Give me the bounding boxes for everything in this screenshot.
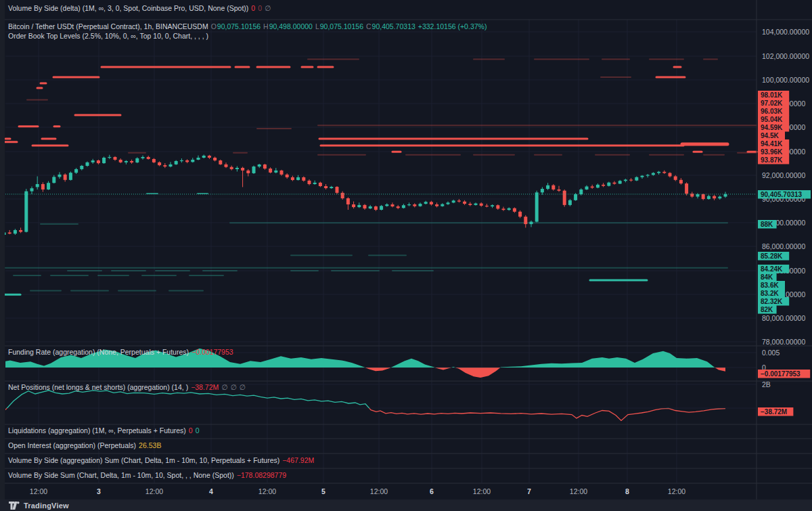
legend-part: ∅	[265, 4, 271, 12]
legend-volume-by-side-agg-sum[interactable]: Volume By Side (aggregation) Sum (Chart,…	[8, 456, 317, 465]
price-scale[interactable]: 104,000.00000102,000.00000100,000.000009…	[762, 28, 809, 388]
net-positions-line	[4, 391, 725, 421]
legend-part: 90,075.10156	[217, 22, 261, 30]
svg-text:5: 5	[321, 487, 325, 495]
ask-level-tag: 95.04K	[758, 115, 789, 124]
legend-part: −38.72M	[191, 383, 219, 391]
ask-level-tag: 96.03K	[758, 107, 789, 116]
legend-funding-rate[interactable]: Funding Rate (aggregation) (None, Perpet…	[8, 348, 236, 357]
legend-open-interest[interactable]: Open Interest (aggregation) (Perpetuals)…	[8, 441, 164, 450]
svg-text:4: 4	[209, 487, 213, 495]
legend-part: Volume By Side (delta) (1M, ∞, 3, 0, Spo…	[8, 4, 248, 12]
svg-text:12:00: 12:00	[258, 487, 276, 495]
bid-level-tag: 88K	[758, 220, 777, 229]
svg-text:−0.00177953: −0.00177953	[761, 370, 800, 378]
svg-text:84K: 84K	[761, 273, 773, 281]
ask-level-tag: 94.5K	[758, 131, 785, 140]
bid-level-tag: 82.32K	[758, 297, 789, 306]
legend-part: 90,498.00000	[269, 22, 313, 30]
svg-text:102,000.00000: 102,000.00000	[762, 52, 809, 60]
svg-text:82K: 82K	[761, 306, 773, 313]
legend-part: Volume By Side Sum (Chart, Delta, 1m - 1…	[8, 471, 234, 479]
legend-volume-by-side-delta[interactable]: Volume By Side (delta) (1M, ∞, 3, 0, Spo…	[8, 4, 273, 13]
grid	[5, 20, 757, 483]
tradingview-logo-text[interactable]: TradingView	[24, 502, 69, 510]
legend-part: +332.10156 (+0.37%)	[418, 22, 487, 30]
svg-text:6: 6	[430, 487, 434, 495]
svg-text:93.87K: 93.87K	[761, 156, 783, 164]
footer-bar: TradingView	[0, 499, 812, 511]
legend-part: 0	[258, 4, 262, 12]
ask-depth-lines	[0, 60, 757, 155]
funding-value-tag: −0.00177953	[758, 370, 810, 378]
ask-level-tag: 97.02K	[758, 99, 789, 108]
legend-part: ∅	[240, 383, 246, 391]
legend-part: ∅	[221, 383, 227, 391]
svg-text:83.6K: 83.6K	[761, 282, 779, 289]
legend-part: Volume By Side (aggregation) Sum (Chart,…	[8, 456, 279, 464]
bid-level-tag: 85.28K	[758, 252, 789, 261]
svg-text:12:00: 12:00	[370, 487, 388, 495]
legend-part: Funding Rate (aggregation) (None, Perpet…	[8, 348, 189, 356]
svg-text:95.04K: 95.04K	[761, 116, 783, 123]
svg-text:96.03K: 96.03K	[761, 108, 783, 115]
window-left-edge	[0, 0, 5, 499]
svg-text:0.005: 0.005	[762, 349, 780, 357]
svg-text:12:00: 12:00	[473, 487, 491, 495]
svg-text:97.02K: 97.02K	[761, 99, 783, 107]
pane-separators[interactable]	[0, 0, 812, 499]
svg-text:82.32K: 82.32K	[761, 298, 783, 305]
bid-level-tag: 84.24K	[758, 265, 789, 273]
tradingview-chart-window: 104,000.00000102,000.00000100,000.000009…	[0, 0, 812, 511]
svg-text:−38.72M: −38.72M	[761, 408, 787, 416]
legend-part: ∅	[230, 383, 236, 391]
legend-part: −178.08298779	[237, 471, 286, 479]
bid-depth-lines	[0, 194, 727, 294]
bid-level-tag: 82K	[758, 305, 777, 314]
ask-level-tag: 94.59K	[758, 123, 789, 132]
legend-net-positions[interactable]: Net Positions (net longs & net shorts) (…	[8, 383, 248, 392]
svg-text:83.2K: 83.2K	[761, 290, 779, 297]
svg-text:12:00: 12:00	[30, 487, 47, 495]
svg-text:98.01K: 98.01K	[761, 91, 783, 99]
legend-order-book-top-levels[interactable]: Order Book Top Levels (2.5%, 10%, 0, ∞, …	[8, 32, 211, 41]
legend-liquidations[interactable]: Liquidations (aggregation) (1M, ∞, Perpe…	[8, 426, 202, 435]
legend-part: Net Positions (net longs & net shorts) (…	[8, 383, 188, 391]
legend-part: L	[315, 22, 319, 30]
svg-text:2B: 2B	[762, 380, 771, 388]
svg-text:88K: 88K	[761, 221, 773, 228]
legend-part: Order Book Top Levels (2.5%, 10%, 0, ∞, …	[8, 32, 208, 40]
svg-text:85.28K: 85.28K	[761, 252, 783, 260]
ask-level-tag: 93.87K	[758, 156, 789, 164]
svg-text:93.96K: 93.96K	[761, 148, 783, 156]
legend-part: C	[366, 22, 371, 30]
svg-text:94.41K: 94.41K	[761, 140, 783, 148]
legend-part: Liquidations (aggregation) (1M, ∞, Perpe…	[8, 426, 186, 435]
bid-level-tag: 83.6K	[758, 281, 785, 290]
bid-level-tag: 84K	[758, 273, 777, 282]
svg-text:12:00: 12:00	[668, 487, 685, 495]
legend-part: 90,075.10156	[320, 22, 363, 30]
legend-volume-by-side-sum[interactable]: Volume By Side Sum (Chart, Delta, 1m - 1…	[8, 471, 289, 480]
legend-part: 0	[189, 426, 193, 435]
legend-part: 26.53B	[139, 441, 161, 449]
candlesticks	[3, 154, 727, 236]
tradingview-logo-icon[interactable]	[9, 502, 20, 510]
legend-symbol-ohlc[interactable]: Bitcoin / Tether USDt (Perpetual Contrac…	[8, 22, 489, 31]
svg-text:84.24K: 84.24K	[761, 265, 783, 273]
svg-text:12:00: 12:00	[145, 487, 163, 495]
time-scale[interactable]: 12:00312:00412:00512:00612:00712:00812:0…	[30, 487, 685, 495]
svg-text:86,000.00000: 86,000.00000	[762, 242, 805, 250]
ask-level-tag: 98.01K	[758, 91, 789, 99]
svg-text:8: 8	[625, 487, 629, 495]
svg-text:94.59K: 94.59K	[761, 124, 783, 131]
legend-part: −467.92M	[282, 456, 314, 464]
svg-text:104,000.00000: 104,000.00000	[762, 28, 809, 36]
svg-text:94.5K: 94.5K	[761, 132, 779, 139]
svg-text:12:00: 12:00	[570, 487, 587, 495]
svg-text:78,000.00000: 78,000.00000	[762, 338, 805, 346]
legend-part: Open Interest (aggregation) (Perpetuals)	[8, 441, 136, 449]
chart-canvas[interactable]: 104,000.00000102,000.00000100,000.000009…	[0, 0, 812, 499]
net-value-tag: −38.72M	[758, 407, 793, 416]
legend-part: 90,405.70313	[372, 22, 415, 30]
